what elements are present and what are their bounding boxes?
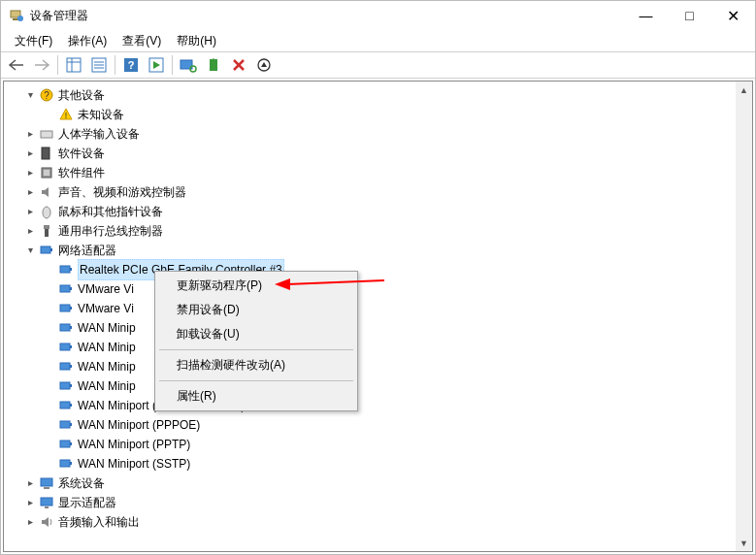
tree-node-audio-io[interactable]: ▸音频输入和输出 [8, 512, 736, 532]
tree-node-hid[interactable]: ▸人体学输入设备 [8, 124, 736, 144]
svg-rect-39 [70, 287, 72, 290]
svg-rect-60 [41, 498, 52, 506]
speaker-icon [39, 184, 54, 200]
tree-node-wan2[interactable]: WAN Minip [8, 338, 736, 357]
svg-rect-44 [60, 343, 70, 350]
svg-rect-37 [70, 268, 72, 271]
warning-icon: ! [58, 107, 74, 122]
window-controls: — □ ✕ [624, 1, 755, 30]
network-adapter-icon [58, 359, 74, 375]
svg-marker-62 [42, 517, 49, 527]
tree-node-wan-pptp[interactable]: WAN Miniport (PPTP) [8, 435, 736, 454]
network-adapter-icon [58, 417, 74, 433]
network-adapter-icon [58, 262, 74, 278]
network-adapter-icon [58, 437, 74, 452]
tree-node-mouse[interactable]: ▸鼠标和其他指针设备 [8, 202, 736, 221]
network-adapter-icon [58, 378, 74, 394]
action-toolbar-button[interactable] [145, 53, 168, 77]
svg-rect-34 [41, 246, 50, 253]
menu-help[interactable]: 帮助(H) [169, 31, 224, 51]
svg-rect-32 [44, 225, 49, 229]
svg-rect-42 [60, 324, 70, 331]
minimize-button[interactable]: — [624, 1, 668, 30]
svg-rect-46 [60, 363, 70, 370]
svg-rect-53 [70, 423, 72, 426]
tree-node-wan-pppoe[interactable]: WAN Miniport (PPPOE) [8, 415, 736, 435]
toolbar-separator [57, 55, 58, 75]
show-hide-tree-button[interactable] [62, 53, 85, 77]
svg-rect-26 [41, 131, 52, 138]
svg-rect-27 [42, 147, 49, 159]
forward-button[interactable] [30, 53, 53, 77]
tree-node-network-adapters[interactable]: ▾网络适配器 [8, 241, 736, 260]
svg-rect-41 [70, 307, 72, 310]
ctx-separator [159, 349, 353, 350]
tree-node-sound[interactable]: ▸声音、视频和游戏控制器 [8, 182, 736, 202]
svg-rect-57 [70, 462, 72, 465]
disable-toolbar-button[interactable] [227, 53, 250, 77]
scan-hardware-button[interactable] [177, 53, 200, 77]
uninstall-toolbar-button[interactable] [252, 53, 276, 77]
menu-file[interactable]: 文件(F) [7, 31, 60, 51]
svg-point-2 [17, 16, 23, 21]
help-toolbar-button[interactable]: ? [119, 53, 143, 77]
close-button[interactable]: ✕ [711, 1, 755, 30]
tree-node-usb[interactable]: ▸通用串行总线控制器 [8, 221, 736, 241]
svg-rect-33 [45, 229, 49, 237]
ctx-properties[interactable]: 属性(R) [157, 384, 355, 408]
ctx-scan-hardware[interactable]: 扫描检测硬件改动(A) [157, 353, 355, 377]
ctx-disable-device[interactable]: 禁用设备(D) [157, 298, 355, 322]
svg-rect-29 [44, 170, 49, 176]
svg-rect-48 [60, 382, 70, 389]
tree-node-vmware2[interactable]: VMware Vi [8, 299, 736, 318]
svg-text:?: ? [44, 90, 49, 101]
annotation-arrow [273, 275, 389, 294]
svg-text:?: ? [128, 59, 135, 71]
menu-action[interactable]: 操作(A) [60, 31, 115, 51]
tree-node-software-devices[interactable]: ▸软件设备 [8, 144, 736, 163]
audio-icon [39, 514, 54, 530]
ctx-separator [159, 380, 353, 381]
network-adapter-icon [58, 398, 74, 413]
ctx-uninstall-device[interactable]: 卸载设备(U) [157, 322, 355, 346]
back-button[interactable] [5, 53, 28, 77]
tree-node-wan-sstp[interactable]: WAN Miniport (SSTP) [8, 454, 736, 473]
tree-node-wan-nm[interactable]: WAN Miniport (Network Monitor) [8, 396, 736, 415]
svg-marker-30 [42, 187, 49, 197]
scroll-down-button[interactable]: ▼ [736, 535, 752, 551]
maximize-button[interactable]: □ [668, 1, 711, 30]
network-adapter-icon [58, 456, 74, 472]
display-icon [39, 495, 54, 510]
svg-rect-54 [60, 441, 70, 447]
toolbar: ? [1, 51, 755, 79]
tree-node-other-devices[interactable]: ▾?其他设备 [8, 85, 736, 105]
svg-rect-45 [70, 345, 72, 348]
svg-rect-47 [70, 365, 72, 368]
svg-line-63 [287, 280, 384, 284]
scroll-up-button[interactable]: ▲ [736, 82, 752, 98]
client-area: ▾?其他设备 !未知设备 ▸人体学输入设备 ▸软件设备 ▸软件组件 ▸声音、视频… [3, 81, 753, 552]
mouse-icon [39, 204, 54, 219]
tree-node-software-components[interactable]: ▸软件组件 [8, 163, 736, 182]
keyboard-icon [39, 126, 54, 142]
toolbar-separator [172, 55, 173, 75]
tree-node-wan3[interactable]: WAN Minip [8, 357, 736, 376]
tree-node-wan4[interactable]: WAN Minip [8, 376, 736, 396]
usb-icon [39, 223, 54, 239]
tree-node-wan1[interactable]: WAN Minip [8, 318, 736, 338]
svg-rect-55 [70, 442, 72, 445]
tree-node-display-adapters[interactable]: ▸显示适配器 [8, 493, 736, 512]
svg-rect-3 [67, 58, 81, 72]
tree-node-unknown-device[interactable]: !未知设备 [8, 105, 736, 124]
svg-marker-64 [275, 278, 290, 290]
device-tree[interactable]: ▾?其他设备 !未知设备 ▸人体学输入设备 ▸软件设备 ▸软件组件 ▸声音、视频… [4, 82, 736, 551]
network-adapter-icon [39, 243, 54, 258]
update-driver-toolbar-button[interactable] [202, 53, 225, 77]
vertical-scrollbar[interactable]: ▲ ▼ [736, 82, 752, 551]
menu-view[interactable]: 查看(V) [115, 31, 169, 51]
svg-point-31 [43, 207, 50, 218]
svg-marker-13 [153, 61, 160, 69]
tree-node-system-devices[interactable]: ▸系统设备 [8, 473, 736, 493]
svg-rect-61 [45, 506, 49, 508]
properties-toolbar-button[interactable] [87, 53, 111, 77]
